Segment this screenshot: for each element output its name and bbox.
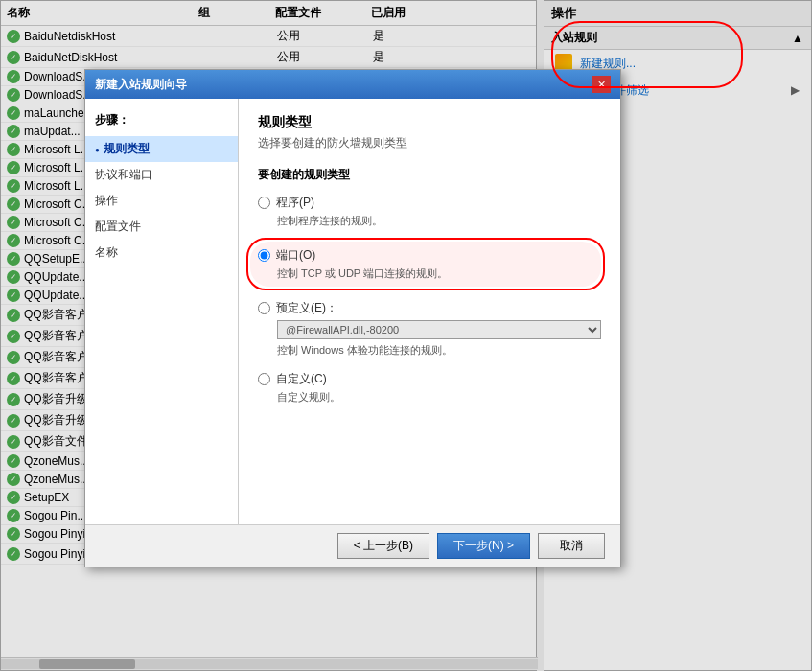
next-button[interactable]: 下一步(N) >: [437, 533, 530, 559]
dialog-body: 步骤： 规则类型 协议和端口 操作 配置文件 名称 规则类型 选择要创建的防火墙…: [85, 99, 620, 524]
radio-custom: 自定义(C) 自定义规则。: [258, 371, 601, 405]
step-action[interactable]: 操作: [85, 188, 238, 214]
radio-custom-desc: 自定义规则。: [277, 390, 601, 405]
main-window: 名称 组 配置文件 已启用 BaiduNetdiskHost公用是BaiduNe…: [0, 0, 812, 671]
radio-custom-input[interactable]: [258, 373, 270, 385]
predefined-dropdown: @FirewallAPI.dll,-80200: [277, 320, 601, 339]
predefined-select[interactable]: @FirewallAPI.dll,-80200: [277, 320, 601, 339]
radio-port-desc: 控制 TCP 或 UDP 端口连接的规则。: [277, 266, 593, 281]
steps-header: 步骤：: [85, 108, 238, 136]
radio-predefined-text: 预定义(E)：: [276, 300, 337, 316]
radio-program-text: 程序(P): [276, 195, 314, 211]
radio-custom-label[interactable]: 自定义(C): [258, 371, 601, 387]
dialog-footer: < 上一步(B) 下一步(N) > 取消: [85, 524, 620, 567]
radio-predefined-input[interactable]: [258, 302, 270, 314]
radio-program-input[interactable]: [258, 197, 270, 209]
step-name[interactable]: 名称: [85, 240, 238, 266]
radio-predefined-label[interactable]: 预定义(E)：: [258, 300, 601, 316]
radio-predefined-desc: 控制 Windows 体验功能连接的规则。: [277, 343, 601, 358]
new-rule-dialog: 新建入站规则向导 ✕ 步骤： 规则类型 协议和端口 操作 配置文件 名称 规则类…: [84, 69, 621, 567]
dialog-sidebar: 步骤： 规则类型 协议和端口 操作 配置文件 名称: [85, 99, 239, 524]
radio-port-input[interactable]: [258, 249, 270, 262]
content-title: 规则类型: [258, 114, 601, 131]
dialog-content: 规则类型 选择要创建的防火墙规则类型 要创建的规则类型 程序(P) 控制程序连接…: [239, 99, 620, 524]
radio-port-label[interactable]: 端口(O): [258, 247, 593, 264]
step-profile[interactable]: 配置文件: [85, 214, 238, 240]
radio-custom-text: 自定义(C): [276, 371, 327, 387]
radio-program-label[interactable]: 程序(P): [258, 195, 601, 211]
radio-port-text: 端口(O): [276, 247, 315, 264]
dialog-close-button[interactable]: ✕: [592, 76, 611, 93]
cancel-button[interactable]: 取消: [538, 533, 605, 559]
radio-predefined: 预定义(E)： @FirewallAPI.dll,-80200 控制 Windo…: [258, 300, 601, 358]
content-subtitle: 选择要创建的防火墙规则类型: [258, 135, 601, 151]
radio-port: 端口(O) 控制 TCP 或 UDP 端口连接的规则。: [250, 242, 601, 287]
dialog-overlay: 新建入站规则向导 ✕ 步骤： 规则类型 协议和端口 操作 配置文件 名称 规则类…: [0, 0, 812, 671]
step-rule-type[interactable]: 规则类型: [85, 136, 238, 162]
dialog-title-bar: 新建入站规则向导 ✕: [85, 70, 620, 99]
section-label: 要创建的规则类型: [258, 167, 601, 183]
radio-program: 程序(P) 控制程序连接的规则。: [258, 195, 601, 228]
annotation-oval-port: [246, 238, 605, 290]
back-button[interactable]: < 上一步(B): [337, 533, 429, 559]
radio-program-desc: 控制程序连接的规则。: [277, 214, 601, 228]
step-protocol-port[interactable]: 协议和端口: [85, 162, 238, 188]
dialog-title: 新建入站规则向导: [95, 77, 187, 93]
